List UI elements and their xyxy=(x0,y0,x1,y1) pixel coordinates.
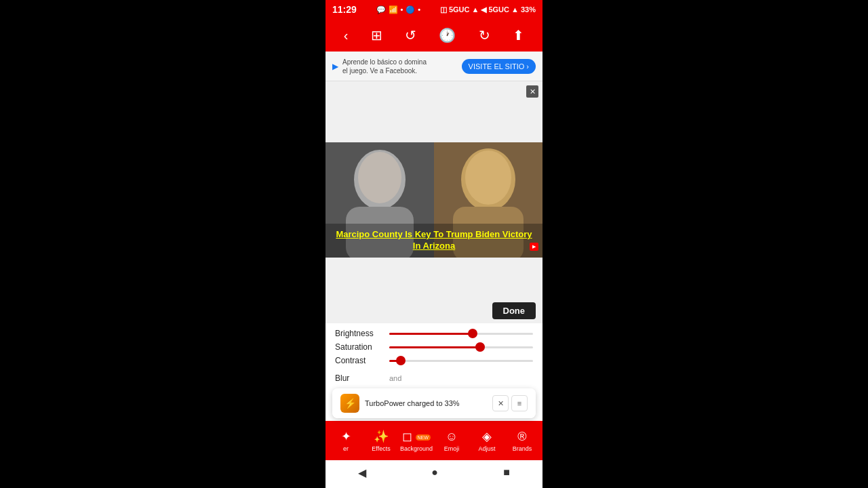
back-button[interactable]: ‹ xyxy=(344,28,349,43)
signal-icon: 📶 xyxy=(389,5,398,14)
nav-background-label: Background xyxy=(400,445,433,452)
contrast-thumb xyxy=(396,356,406,365)
er-icon: ✦ xyxy=(341,429,351,444)
brightness-track[interactable] xyxy=(389,333,533,335)
toolbar: ‹ ⊞ ↺ 🕐 ↻ ⬆ xyxy=(326,19,542,52)
blur-row-partial: Blur and xyxy=(326,373,542,386)
blur-label: Blur xyxy=(335,373,384,383)
nav-item-effects[interactable]: ✨ Effects xyxy=(363,429,399,452)
ad-banner: ▶ Aprende lo básico o domina el juego. V… xyxy=(326,52,542,81)
layers-button[interactable]: ⊞ xyxy=(371,27,382,43)
notification-bar: ⚡ TurboPower charged to 33% ✕ ≡ xyxy=(332,388,536,418)
saturation-track[interactable] xyxy=(389,346,533,348)
status-icons: 💬 📶 • 🔵 • xyxy=(376,5,421,14)
status-time: 11:29 xyxy=(332,4,357,15)
lightning-icon: ⚡ xyxy=(344,398,356,409)
effects-icon: ✨ xyxy=(374,429,389,444)
background-icon: ◻ xyxy=(402,430,412,443)
status-right: ◫ 5GUC ▲ ◀ 5GUC ▲ 33% xyxy=(440,5,536,14)
share-button[interactable]: ⬆ xyxy=(513,27,524,43)
sliders-area: Brightness Saturation Contrast xyxy=(326,323,542,373)
nav-brands-label: Brands xyxy=(513,445,532,452)
dot2-icon: • xyxy=(418,5,420,14)
video-title: Marcipo County Is Key To Trump Biden Vic… xyxy=(331,229,537,252)
bottom-nav: ✦ er ✨ Effects ◻ NEW Background ☺ Emoji … xyxy=(326,421,542,460)
done-area: Done xyxy=(326,298,542,323)
ad-line1: Aprende lo básico o domina xyxy=(342,58,427,66)
svg-point-7 xyxy=(465,150,511,205)
nav-er-label: er xyxy=(343,445,349,452)
notification-actions: ✕ ≡ xyxy=(492,395,528,411)
contrast-row: Contrast xyxy=(335,356,533,365)
facebook-ad-icon: ▶ xyxy=(332,62,338,71)
contrast-track[interactable] xyxy=(389,360,533,362)
ad-btn-arrow: › xyxy=(526,62,529,70)
contrast-label: Contrast xyxy=(335,356,384,365)
history-button[interactable]: 🕐 xyxy=(439,27,456,43)
notification-text: TurboPower charged to 33% xyxy=(365,399,487,407)
brightness-thumb xyxy=(468,329,477,338)
brands-icon: ® xyxy=(517,430,526,444)
ad-btn-label: VISITE EL SITIO xyxy=(469,62,525,70)
messenger-icon: 🔵 xyxy=(406,5,415,14)
nav-adjust-label: Adjust xyxy=(478,445,495,452)
brightness-row: Brightness xyxy=(335,329,533,338)
nav-emoji-label: Emoji xyxy=(444,445,460,452)
nav-effects-label: Effects xyxy=(372,445,390,452)
adjust-icon: ◈ xyxy=(482,429,492,444)
brightness-fill xyxy=(389,333,473,335)
nav-item-adjust[interactable]: ◈ Adjust xyxy=(469,429,505,452)
ad-white-space: ✕ xyxy=(326,81,542,142)
content-space xyxy=(326,258,542,298)
blur-extra: and xyxy=(389,374,401,382)
ad-line2: el juego. Ve a Facebook. xyxy=(342,66,427,75)
svg-point-3 xyxy=(358,152,401,203)
nav-item-brands[interactable]: ® Brands xyxy=(505,430,540,452)
system-recents-button[interactable]: ■ xyxy=(503,466,510,479)
dot-icon: • xyxy=(401,5,403,14)
network-label: 5GUC xyxy=(449,5,470,14)
battery-label: ◀ 5GUC ▲ 33% xyxy=(481,5,536,14)
notif-close-btn[interactable]: ✕ xyxy=(492,395,509,411)
saturation-label: Saturation xyxy=(335,342,384,352)
ad-text-area: ▶ Aprende lo básico o domina el juego. V… xyxy=(332,58,427,75)
nfc-icon: ◫ xyxy=(440,5,447,14)
phone-screen: 11:29 💬 📶 • 🔵 • ◫ 5GUC ▲ ◀ 5GUC ▲ 33% ‹ … xyxy=(326,0,542,488)
signal-bars-icon: ▲ xyxy=(471,5,479,14)
video-thumbnail[interactable]: Marcipo County Is Key To Trump Biden Vic… xyxy=(326,142,542,258)
new-badge: NEW xyxy=(416,434,431,441)
turbopower-icon: ⚡ xyxy=(340,394,359,413)
emoji-icon: ☺ xyxy=(446,430,458,444)
saturation-thumb xyxy=(475,342,485,352)
youtube-badge: ▶ xyxy=(530,243,538,251)
done-button[interactable]: Done xyxy=(492,302,536,319)
whatsapp-icon: 💬 xyxy=(376,5,386,14)
nav-item-er[interactable]: ✦ er xyxy=(328,429,363,452)
nav-item-emoji[interactable]: ☺ Emoji xyxy=(434,430,469,452)
system-nav: ◀ ● ■ xyxy=(326,460,542,485)
video-overlay: Marcipo County Is Key To Trump Biden Vic… xyxy=(326,224,542,258)
undo-button[interactable]: ↺ xyxy=(405,27,416,43)
ad-text: Aprende lo básico o domina el juego. Ve … xyxy=(342,58,427,75)
notif-menu-btn[interactable]: ≡ xyxy=(511,395,528,411)
brightness-label: Brightness xyxy=(335,329,384,338)
nav-item-background[interactable]: ◻ NEW Background xyxy=(399,429,434,452)
redo-button[interactable]: ↻ xyxy=(479,27,490,43)
saturation-row: Saturation xyxy=(335,342,533,352)
system-back-button[interactable]: ◀ xyxy=(358,466,366,479)
system-home-button[interactable]: ● xyxy=(431,466,438,479)
saturation-fill xyxy=(389,346,480,348)
ad-visit-button[interactable]: VISITE EL SITIO › xyxy=(462,59,536,74)
close-ad-button[interactable]: ✕ xyxy=(526,85,538,98)
status-bar: 11:29 💬 📶 • 🔵 • ◫ 5GUC ▲ ◀ 5GUC ▲ 33% xyxy=(326,0,542,19)
